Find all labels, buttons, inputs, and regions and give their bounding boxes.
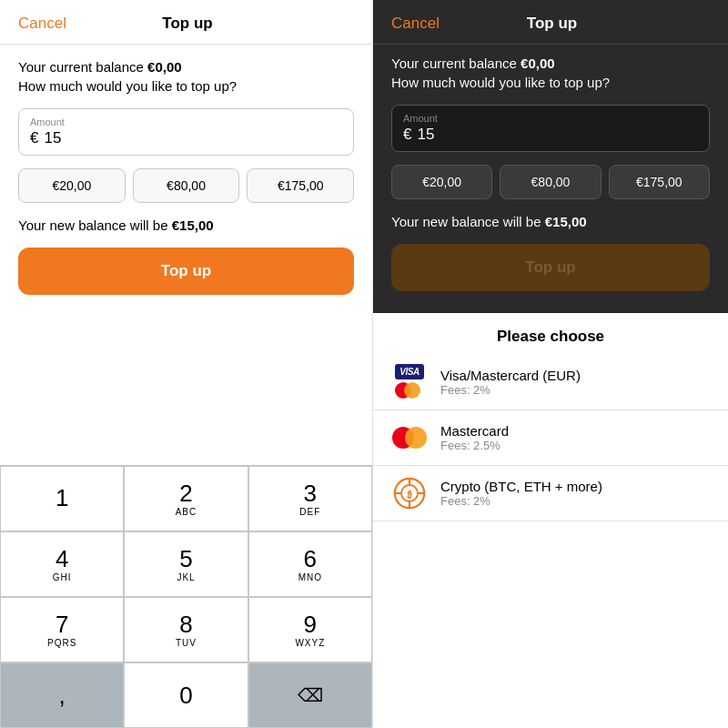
payment-item-crypto[interactable]: ₿ Crypto (BTC, ETH + more) Fees: 2% (373, 466, 728, 521)
numpad-key-4[interactable]: 4 GHI (0, 531, 124, 597)
right-content: Your current balance €0,00 How much woul… (373, 45, 728, 306)
numpad-key-7[interactable]: 7 PQRS (0, 597, 124, 662)
crypto-fee: Fees: 2% (440, 494, 602, 508)
right-quick-btn-80[interactable]: €80,00 (500, 165, 601, 199)
mc-info: Mastercard Fees: 2.5% (440, 423, 509, 452)
payment-item-visa-mc[interactable]: VISA Visa/Mastercard (EUR) Fees: 2% (373, 355, 728, 410)
left-balance-row: Your current balance €0,00 (18, 59, 354, 75)
left-currency-symbol: € (30, 129, 38, 147)
left-nav-title: Top up (162, 15, 212, 33)
numpad-key-8[interactable]: 8 TUV (124, 597, 248, 662)
numpad-key-comma[interactable]: , (0, 662, 124, 728)
right-amount-value: 15 (417, 126, 434, 144)
numpad-key-6[interactable]: 6 MNO (248, 531, 372, 597)
left-cancel-button[interactable]: Cancel (18, 15, 66, 33)
left-topup-button[interactable]: Top up (18, 248, 354, 295)
visa-logo: VISA (395, 364, 423, 379)
right-quick-btn-20[interactable]: €20,00 (391, 165, 492, 199)
payment-section: Please choose VISA Visa/Mastercard (EUR)… (373, 313, 728, 728)
right-amount-field[interactable]: Amount € 15 (391, 105, 710, 152)
svg-text:₿: ₿ (407, 490, 412, 500)
crypto-info: Crypto (BTC, ETH + more) Fees: 2% (440, 479, 602, 508)
right-new-balance-prefix: Your new balance will be (391, 214, 545, 229)
left-content: Your current balance €0,00 How much woul… (0, 45, 372, 309)
right-amount-row: € 15 (403, 126, 698, 144)
visa-mc-fee: Fees: 2% (440, 383, 581, 397)
numpad-key-1[interactable]: 1 (0, 466, 124, 531)
visa-mc-name: Visa/Mastercard (EUR) (440, 368, 581, 383)
left-nav-header: Cancel Top up (0, 0, 372, 45)
numpad: 1 2 ABC 3 DEF 4 GHI 5 JKL 6 MNO (0, 465, 372, 728)
left-amount-label: Amount (30, 116, 342, 127)
right-topup-button[interactable]: Top up (391, 244, 710, 291)
left-panel: Cancel Top up Your current balance €0,00… (0, 0, 373, 728)
mc-circle-right-large (405, 427, 427, 449)
right-new-balance-value: €15,00 (545, 214, 587, 229)
right-balance-label: Your current balance (391, 56, 521, 71)
left-amount-value: 15 (44, 129, 61, 147)
right-top-section: Cancel Top up Your current balance €0,00… (373, 0, 728, 313)
payment-item-mc[interactable]: Mastercard Fees: 2.5% (373, 410, 728, 466)
left-amount-row: € 15 (30, 129, 342, 147)
numpad-key-delete[interactable]: ⌫ (248, 662, 372, 728)
right-nav-title: Top up (527, 15, 577, 33)
right-quick-btn-175[interactable]: €175,00 (609, 165, 710, 199)
right-nav-header: Cancel Top up (373, 0, 728, 45)
right-new-balance: Your new balance will be €15,00 (391, 214, 710, 229)
numpad-key-9[interactable]: 9 WXYZ (248, 597, 372, 662)
numpad-row-2: 4 GHI 5 JKL 6 MNO (0, 531, 372, 597)
left-balance-label: Your current balance (18, 59, 147, 75)
right-amount-label: Amount (403, 113, 698, 124)
left-quick-btn-175[interactable]: €175,00 (247, 168, 354, 203)
numpad-key-2[interactable]: 2 ABC (124, 466, 248, 531)
visa-mc-icon: VISA (391, 369, 428, 396)
numpad-key-5[interactable]: 5 JKL (124, 531, 248, 597)
left-new-balance-value: €15,00 (172, 217, 214, 233)
mc-logo-visa (395, 382, 422, 400)
right-panel: Cancel Top up Your current balance €0,00… (373, 0, 728, 728)
left-new-balance-prefix: Your new balance will be (18, 217, 172, 233)
mc-fee: Fees: 2.5% (440, 439, 509, 452)
crypto-icon: ₿ (391, 480, 428, 507)
numpad-row-3: 7 PQRS 8 TUV 9 WXYZ (0, 597, 372, 662)
numpad-key-3[interactable]: 3 DEF (248, 466, 372, 531)
left-quick-btn-80[interactable]: €80,00 (133, 168, 240, 203)
left-amount-field[interactable]: Amount € 15 (18, 108, 354, 156)
left-topup-question: How much would you like to top up? (18, 78, 354, 94)
visa-mc-info: Visa/Mastercard (EUR) Fees: 2% (440, 368, 581, 397)
left-quick-buttons: €20,00 €80,00 €175,00 (18, 168, 354, 203)
numpad-row-1: 1 2 ABC 3 DEF (0, 466, 372, 531)
numpad-row-4: , 0 ⌫ (0, 662, 372, 728)
numpad-key-0[interactable]: 0 (124, 662, 248, 728)
mc-name: Mastercard (440, 423, 509, 439)
right-currency-symbol: € (403, 126, 411, 144)
crypto-svg: ₿ (393, 477, 426, 510)
mc-icon (391, 424, 428, 451)
left-quick-btn-20[interactable]: €20,00 (18, 168, 126, 203)
right-quick-buttons: €20,00 €80,00 €175,00 (391, 165, 710, 199)
mc-circle-right (404, 382, 420, 399)
right-cancel-button[interactable]: Cancel (391, 15, 440, 33)
payment-section-title: Please choose (373, 313, 728, 355)
right-topup-question: How much would you like to top up? (391, 75, 710, 90)
right-balance-value: €0,00 (521, 56, 555, 71)
delete-icon: ⌫ (298, 684, 323, 706)
right-balance-row: Your current balance €0,00 (391, 56, 710, 71)
left-new-balance: Your new balance will be €15,00 (18, 217, 354, 233)
left-balance-value: €0,00 (147, 59, 182, 75)
crypto-name: Crypto (BTC, ETH + more) (440, 479, 602, 494)
